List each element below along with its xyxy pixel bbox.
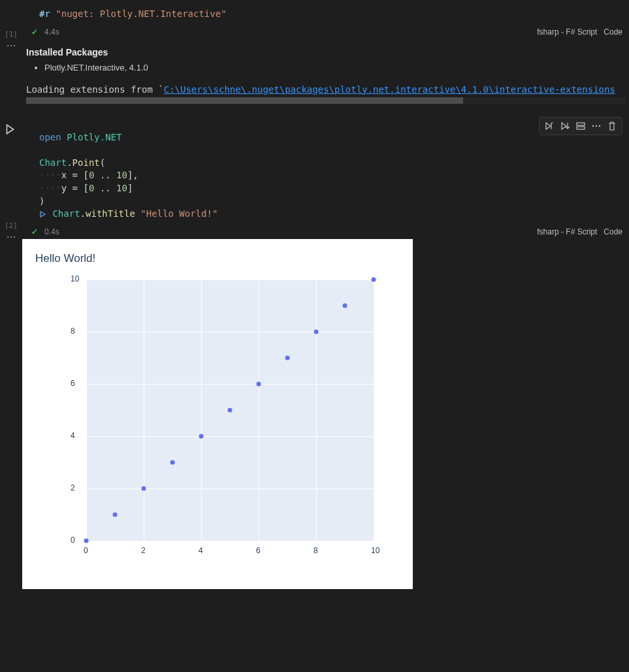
gridline-horizontal [86,384,374,385]
cell-kind-label[interactable]: Code [604,27,622,37]
delete-cell-button[interactable] [605,119,619,133]
code-line[interactable]: ) [39,195,613,208]
x-tick-label: 0 [84,546,88,555]
code-line[interactable]: ····x = [0 .. 10], [39,169,613,182]
extensions-path-link[interactable]: C:\Users\schne\.nuget\packages\plotly.ne… [164,84,615,95]
gridline-vertical [259,280,259,541]
execution-count: [2] [5,221,18,230]
code-line[interactable]: Chart.Point( [39,157,613,170]
svg-point-2 [592,125,594,126]
y-tick-label: 8 [71,327,80,336]
data-point[interactable] [170,460,175,464]
cell-1-output: Installed Packages Plotly.NET.Interactiv… [22,39,629,110]
gridline-horizontal [86,488,374,489]
code-line[interactable]: #r "nuget: Plotly.NET.Interactive" [39,8,613,21]
cell-output-menu-icon[interactable]: ⋯ [7,42,16,49]
cell-2-code-area[interactable]: open Plotly.NET Chart.Point( ····x = [0 … [22,120,629,239]
execution-count: [1] [5,30,18,39]
execution-time: 0.4s [44,227,59,236]
cell-toolbar [539,117,622,135]
scrollbar-thumb[interactable] [26,97,463,104]
plot-area[interactable]: 02468100246810 [50,280,389,573]
cell-2: open Plotly.NET Chart.Point( ····x = [0 … [0,120,629,589]
svg-rect-0 [577,123,585,125]
string-token: "nuget: Plotly.NET.Interactive" [56,8,226,19]
code-line[interactable]: Chart.withTitle "Hello World!" [39,208,613,221]
more-actions-button[interactable] [589,119,604,133]
split-cell-button[interactable] [573,119,588,133]
success-check-icon: ✓ [31,227,38,236]
data-point[interactable] [285,355,290,360]
cell-output-menu-icon[interactable]: ⋯ [7,234,16,240]
code-line[interactable]: open Plotly.NET [39,131,613,144]
gridline-horizontal [86,280,374,280]
gridline-horizontal [86,436,374,437]
y-tick-label: 4 [71,431,80,440]
horizontal-scrollbar[interactable] [26,97,625,104]
data-point[interactable] [257,381,261,386]
run-below-button[interactable] [558,119,572,133]
y-tick-label: 6 [71,379,80,388]
loading-extensions-line: Loading extensions from `C:\Users\schne\… [26,84,625,95]
data-point[interactable] [314,329,319,334]
language-label[interactable]: fsharp - F# Script [537,227,597,236]
svg-point-4 [599,125,600,126]
x-tick-label: 10 [371,546,379,555]
gridline-vertical [144,280,144,541]
directive-token: #r [39,8,50,19]
code-line[interactable]: ····y = [0 .. 10] [39,182,613,195]
language-label[interactable]: fsharp - F# Script [537,27,597,37]
pipe-operator-icon [39,210,47,218]
y-tick-label: 10 [71,274,80,283]
cell-1: #r "nuget: Plotly.NET.Interactive" ✓ 4.4… [0,0,629,110]
y-tick-label: 0 [71,536,80,545]
code-line[interactable] [39,144,613,157]
data-point[interactable] [228,408,233,412]
data-point[interactable] [372,277,376,281]
output-heading: Installed Packages [26,47,625,57]
x-tick-label: 2 [141,546,146,555]
cell-kind-label[interactable]: Code [604,227,622,236]
gridline-vertical [316,280,317,541]
gridline-horizontal [86,541,374,541]
data-point[interactable] [142,486,146,490]
cell-1-code-area[interactable]: #r "nuget: Plotly.NET.Interactive" ✓ 4.4… [22,0,629,39]
svg-point-3 [596,125,597,126]
installed-package-item: Plotly.NET.Interactive, 4.1.0 [44,63,625,72]
data-point[interactable] [199,434,204,438]
success-check-icon: ✓ [31,27,38,37]
data-point[interactable] [343,303,347,308]
data-point[interactable] [113,512,118,517]
svg-rect-1 [577,127,585,129]
cell-2-status: ✓ 0.4s fsharp - F# Script Code [22,225,629,239]
x-tick-label: 8 [314,546,318,555]
chart-output: Hello World! 02468100246810 [22,239,413,589]
gridline-vertical [374,280,374,541]
gridline-vertical [201,280,202,541]
data-point[interactable] [84,538,89,543]
chart-title: Hello World! [35,252,400,265]
cell-1-status: ✓ 4.4s fsharp - F# Script Code [22,25,629,39]
gridline-vertical [86,280,87,541]
gridline-horizontal [86,332,374,332]
run-cell-button[interactable] [4,123,16,137]
y-tick-label: 2 [71,483,80,492]
execution-time: 4.4s [44,27,59,37]
x-tick-label: 4 [199,546,203,555]
x-tick-label: 6 [256,546,261,555]
run-above-button[interactable] [542,119,556,133]
